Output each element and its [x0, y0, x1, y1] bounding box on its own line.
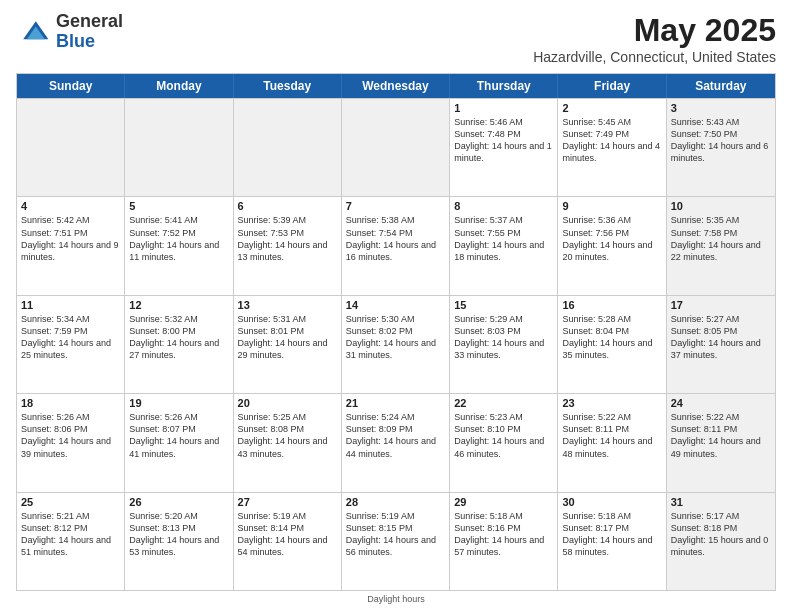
- calendar-cell-4: 4Sunrise: 5:42 AM Sunset: 7:51 PM Daylig…: [17, 197, 125, 294]
- day-number: 25: [21, 496, 120, 508]
- calendar-cell-12: 12Sunrise: 5:32 AM Sunset: 8:00 PM Dayli…: [125, 296, 233, 393]
- cell-text: Sunrise: 5:18 AM Sunset: 8:17 PM Dayligh…: [562, 510, 661, 559]
- day-number: 12: [129, 299, 228, 311]
- cell-text: Sunrise: 5:32 AM Sunset: 8:00 PM Dayligh…: [129, 313, 228, 362]
- header-day-tuesday: Tuesday: [234, 74, 342, 98]
- day-number: 21: [346, 397, 445, 409]
- calendar-cell-3: 3Sunrise: 5:43 AM Sunset: 7:50 PM Daylig…: [667, 99, 775, 196]
- calendar-cell-empty-3: [342, 99, 450, 196]
- cell-text: Sunrise: 5:34 AM Sunset: 7:59 PM Dayligh…: [21, 313, 120, 362]
- calendar-cell-21: 21Sunrise: 5:24 AM Sunset: 8:09 PM Dayli…: [342, 394, 450, 491]
- cell-text: Sunrise: 5:17 AM Sunset: 8:18 PM Dayligh…: [671, 510, 771, 559]
- calendar-cell-19: 19Sunrise: 5:26 AM Sunset: 8:07 PM Dayli…: [125, 394, 233, 491]
- calendar-cell-14: 14Sunrise: 5:30 AM Sunset: 8:02 PM Dayli…: [342, 296, 450, 393]
- header-day-sunday: Sunday: [17, 74, 125, 98]
- cell-text: Sunrise: 5:41 AM Sunset: 7:52 PM Dayligh…: [129, 214, 228, 263]
- cell-text: Sunrise: 5:19 AM Sunset: 8:14 PM Dayligh…: [238, 510, 337, 559]
- cell-text: Sunrise: 5:31 AM Sunset: 8:01 PM Dayligh…: [238, 313, 337, 362]
- cell-text: Sunrise: 5:19 AM Sunset: 8:15 PM Dayligh…: [346, 510, 445, 559]
- cell-text: Sunrise: 5:22 AM Sunset: 8:11 PM Dayligh…: [562, 411, 661, 460]
- calendar-cell-30: 30Sunrise: 5:18 AM Sunset: 8:17 PM Dayli…: [558, 493, 666, 590]
- calendar-row-2: 11Sunrise: 5:34 AM Sunset: 7:59 PM Dayli…: [17, 295, 775, 393]
- header-day-saturday: Saturday: [667, 74, 775, 98]
- cell-text: Sunrise: 5:26 AM Sunset: 8:07 PM Dayligh…: [129, 411, 228, 460]
- calendar-cell-22: 22Sunrise: 5:23 AM Sunset: 8:10 PM Dayli…: [450, 394, 558, 491]
- calendar-cell-31: 31Sunrise: 5:17 AM Sunset: 8:18 PM Dayli…: [667, 493, 775, 590]
- cell-text: Sunrise: 5:42 AM Sunset: 7:51 PM Dayligh…: [21, 214, 120, 263]
- calendar-cell-empty-0: [17, 99, 125, 196]
- calendar-cell-20: 20Sunrise: 5:25 AM Sunset: 8:08 PM Dayli…: [234, 394, 342, 491]
- cell-text: Sunrise: 5:28 AM Sunset: 8:04 PM Dayligh…: [562, 313, 661, 362]
- cell-text: Sunrise: 5:23 AM Sunset: 8:10 PM Dayligh…: [454, 411, 553, 460]
- logo-blue: Blue: [56, 32, 123, 52]
- logo-text: General Blue: [56, 12, 123, 52]
- day-number: 26: [129, 496, 228, 508]
- calendar-row-0: 1Sunrise: 5:46 AM Sunset: 7:48 PM Daylig…: [17, 98, 775, 196]
- cell-text: Sunrise: 5:26 AM Sunset: 8:06 PM Dayligh…: [21, 411, 120, 460]
- cell-text: Sunrise: 5:46 AM Sunset: 7:48 PM Dayligh…: [454, 116, 553, 165]
- day-number: 13: [238, 299, 337, 311]
- calendar-cell-1: 1Sunrise: 5:46 AM Sunset: 7:48 PM Daylig…: [450, 99, 558, 196]
- calendar-cell-24: 24Sunrise: 5:22 AM Sunset: 8:11 PM Dayli…: [667, 394, 775, 491]
- day-number: 5: [129, 200, 228, 212]
- title-location: Hazardville, Connecticut, United States: [533, 49, 776, 65]
- calendar-cell-15: 15Sunrise: 5:29 AM Sunset: 8:03 PM Dayli…: [450, 296, 558, 393]
- day-number: 20: [238, 397, 337, 409]
- calendar-row-4: 25Sunrise: 5:21 AM Sunset: 8:12 PM Dayli…: [17, 492, 775, 590]
- day-number: 4: [21, 200, 120, 212]
- day-number: 7: [346, 200, 445, 212]
- calendar-cell-26: 26Sunrise: 5:20 AM Sunset: 8:13 PM Dayli…: [125, 493, 233, 590]
- calendar-cell-empty-2: [234, 99, 342, 196]
- header-day-thursday: Thursday: [450, 74, 558, 98]
- calendar-cell-23: 23Sunrise: 5:22 AM Sunset: 8:11 PM Dayli…: [558, 394, 666, 491]
- calendar-cell-9: 9Sunrise: 5:36 AM Sunset: 7:56 PM Daylig…: [558, 197, 666, 294]
- day-number: 15: [454, 299, 553, 311]
- day-number: 14: [346, 299, 445, 311]
- title-month: May 2025: [533, 12, 776, 49]
- calendar-row-3: 18Sunrise: 5:26 AM Sunset: 8:06 PM Dayli…: [17, 393, 775, 491]
- cell-text: Sunrise: 5:45 AM Sunset: 7:49 PM Dayligh…: [562, 116, 661, 165]
- calendar-cell-25: 25Sunrise: 5:21 AM Sunset: 8:12 PM Dayli…: [17, 493, 125, 590]
- calendar: SundayMondayTuesdayWednesdayThursdayFrid…: [16, 73, 776, 591]
- cell-text: Sunrise: 5:27 AM Sunset: 8:05 PM Dayligh…: [671, 313, 771, 362]
- day-number: 31: [671, 496, 771, 508]
- day-number: 8: [454, 200, 553, 212]
- logo-general: General: [56, 12, 123, 32]
- day-number: 16: [562, 299, 661, 311]
- cell-text: Sunrise: 5:29 AM Sunset: 8:03 PM Dayligh…: [454, 313, 553, 362]
- calendar-cell-29: 29Sunrise: 5:18 AM Sunset: 8:16 PM Dayli…: [450, 493, 558, 590]
- calendar-row-1: 4Sunrise: 5:42 AM Sunset: 7:51 PM Daylig…: [17, 196, 775, 294]
- day-number: 30: [562, 496, 661, 508]
- day-number: 1: [454, 102, 553, 114]
- calendar-cell-6: 6Sunrise: 5:39 AM Sunset: 7:53 PM Daylig…: [234, 197, 342, 294]
- title-block: May 2025 Hazardville, Connecticut, Unite…: [533, 12, 776, 65]
- calendar-cell-28: 28Sunrise: 5:19 AM Sunset: 8:15 PM Dayli…: [342, 493, 450, 590]
- cell-text: Sunrise: 5:39 AM Sunset: 7:53 PM Dayligh…: [238, 214, 337, 263]
- cell-text: Sunrise: 5:37 AM Sunset: 7:55 PM Dayligh…: [454, 214, 553, 263]
- cell-text: Sunrise: 5:22 AM Sunset: 8:11 PM Dayligh…: [671, 411, 771, 460]
- day-number: 27: [238, 496, 337, 508]
- cell-text: Sunrise: 5:20 AM Sunset: 8:13 PM Dayligh…: [129, 510, 228, 559]
- cell-text: Sunrise: 5:30 AM Sunset: 8:02 PM Dayligh…: [346, 313, 445, 362]
- day-number: 2: [562, 102, 661, 114]
- day-number: 17: [671, 299, 771, 311]
- logo: General Blue: [16, 12, 123, 52]
- calendar-cell-17: 17Sunrise: 5:27 AM Sunset: 8:05 PM Dayli…: [667, 296, 775, 393]
- header-day-monday: Monday: [125, 74, 233, 98]
- logo-icon: [16, 14, 52, 50]
- day-number: 23: [562, 397, 661, 409]
- header-day-friday: Friday: [558, 74, 666, 98]
- day-number: 29: [454, 496, 553, 508]
- daylight-label: Daylight hours: [367, 594, 425, 604]
- calendar-body: 1Sunrise: 5:46 AM Sunset: 7:48 PM Daylig…: [17, 98, 775, 590]
- cell-text: Sunrise: 5:35 AM Sunset: 7:58 PM Dayligh…: [671, 214, 771, 263]
- footer-note: Daylight hours: [16, 594, 776, 604]
- day-number: 24: [671, 397, 771, 409]
- calendar-header: SundayMondayTuesdayWednesdayThursdayFrid…: [17, 74, 775, 98]
- day-number: 11: [21, 299, 120, 311]
- calendar-cell-16: 16Sunrise: 5:28 AM Sunset: 8:04 PM Dayli…: [558, 296, 666, 393]
- day-number: 28: [346, 496, 445, 508]
- calendar-cell-10: 10Sunrise: 5:35 AM Sunset: 7:58 PM Dayli…: [667, 197, 775, 294]
- calendar-cell-13: 13Sunrise: 5:31 AM Sunset: 8:01 PM Dayli…: [234, 296, 342, 393]
- day-number: 18: [21, 397, 120, 409]
